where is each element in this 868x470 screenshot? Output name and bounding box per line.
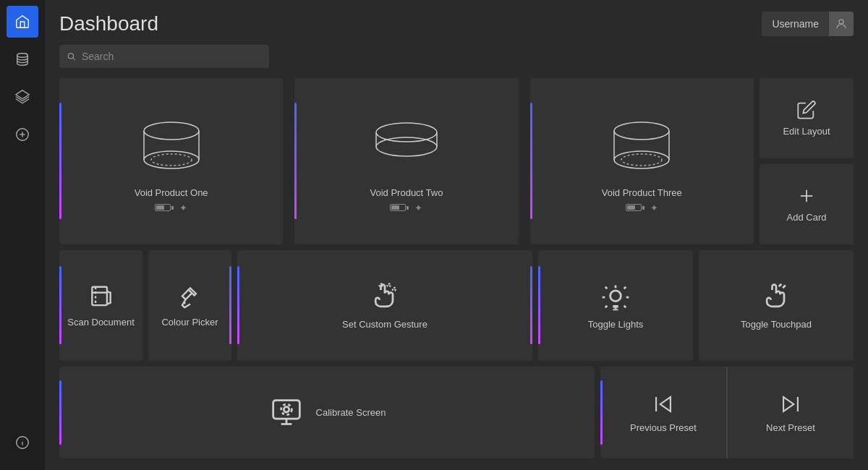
scan-document-card[interactable]: Scan Document [59, 250, 142, 361]
svg-point-8 [839, 20, 843, 24]
product-three-name: Void Product Three [602, 187, 682, 198]
next-preset-icon [778, 392, 803, 416]
product-two-name: Void Product Two [370, 187, 443, 198]
calibrate-label: Calibrate Screen [316, 407, 386, 418]
sidebar-item-add[interactable] [7, 119, 38, 150]
accent-bar [294, 103, 297, 219]
toggle-lights-label: Toggle Lights [588, 319, 644, 330]
username-label: Username [762, 12, 829, 36]
svg-point-7 [22, 440, 23, 440]
svg-point-30 [284, 407, 289, 412]
edit-panel: Edit Layout Add Card [760, 78, 854, 244]
accent-bar [538, 266, 540, 343]
previous-preset-icon [651, 392, 676, 416]
gesture-icon [369, 281, 401, 313]
svg-point-24 [388, 283, 391, 286]
sidebar-item-layers[interactable] [7, 81, 38, 113]
sidebar [0, 0, 45, 470]
user-panel: Username [762, 12, 854, 36]
svg-point-18 [621, 154, 662, 166]
header: Dashboard Username [59, 12, 854, 36]
battery-icon [390, 204, 409, 211]
bluetooth-icon: ✦ [650, 202, 658, 213]
svg-marker-34 [783, 397, 793, 411]
accent-bar-right [530, 266, 532, 343]
svg-point-25 [393, 288, 396, 291]
set-custom-gesture-label: Set Custom Gesture [342, 319, 427, 330]
accent-bar [237, 266, 239, 343]
sidebar-item-home[interactable] [7, 6, 38, 38]
preset-cards: Previous Preset Next Preset [600, 367, 854, 459]
svg-rect-21 [92, 286, 107, 304]
product-three-badges: ✦ [626, 202, 658, 213]
previous-preset-card[interactable]: Previous Preset [600, 367, 728, 459]
accent-bar-right [229, 266, 231, 343]
set-custom-gesture-card[interactable]: Set Custom Gesture [237, 250, 532, 361]
search-icon [67, 51, 76, 61]
next-preset-label: Next Preset [766, 422, 815, 433]
accent-bar [600, 380, 603, 445]
colour-picker-icon [176, 283, 204, 311]
search-input[interactable] [82, 51, 262, 62]
colour-picker-label: Colour Picker [161, 317, 218, 328]
calibrate-screen-card[interactable]: Calibrate Screen [59, 367, 595, 459]
accent-bar [59, 266, 61, 343]
product-card-three[interactable]: Void Product Three ✦ [530, 78, 754, 244]
product-card-one[interactable]: Void Product One ✦ [59, 78, 283, 244]
svg-point-9 [68, 54, 74, 59]
colour-picker-card[interactable]: Colour Picker [148, 250, 231, 361]
sidebar-item-database[interactable] [7, 43, 38, 75]
product-two-badges: ✦ [390, 202, 422, 213]
grid-area: Void Product One ✦ [59, 78, 854, 458]
toggle-lights-icon [600, 281, 631, 313]
svg-point-14 [376, 123, 437, 142]
toggle-touchpad-card[interactable]: Toggle Touchpad [699, 250, 854, 361]
product-card-two[interactable]: Void Product Two ✦ [294, 78, 518, 244]
svg-point-22 [183, 302, 185, 304]
toggle-lights-card[interactable]: Toggle Lights [538, 250, 693, 361]
battery-icon [155, 204, 174, 211]
main-content: Dashboard Username [45, 0, 868, 470]
calibrate-icon [268, 396, 305, 428]
accent-bar [59, 380, 61, 445]
product-one-badges: ✦ [155, 202, 187, 213]
next-preset-card[interactable]: Next Preset [728, 367, 854, 459]
bluetooth-icon: ✦ [179, 202, 187, 213]
product-two-icon [363, 109, 450, 181]
svg-line-10 [73, 58, 75, 60]
svg-point-15 [376, 137, 437, 156]
row-bottom: Calibrate Screen Previous Preset [59, 367, 854, 459]
svg-point-0 [17, 54, 28, 58]
add-card-label: Add Card [787, 212, 827, 223]
previous-preset-label: Previous Preset [630, 422, 697, 433]
scan-document-label: Scan Document [67, 317, 135, 328]
row-actions: Scan Document Colour Picker [59, 250, 854, 361]
svg-point-26 [610, 290, 621, 301]
avatar[interactable] [829, 12, 854, 36]
edit-layout-button[interactable]: Edit Layout [760, 78, 854, 158]
accent-bar [530, 103, 532, 219]
edit-layout-label: Edit Layout [783, 126, 830, 137]
accent-bar [59, 103, 61, 219]
toggle-touchpad-icon [760, 281, 792, 313]
product-one-icon [128, 109, 215, 181]
svg-point-31 [281, 404, 292, 415]
search-wrap [59, 45, 854, 68]
toggle-touchpad-label: Toggle Touchpad [741, 319, 812, 330]
row-products: Void Product One ✦ [59, 78, 854, 244]
add-card-button[interactable]: Add Card [760, 164, 854, 244]
scan-document-icon [88, 283, 115, 311]
sidebar-item-info[interactable] [7, 427, 38, 458]
svg-point-13 [151, 154, 192, 166]
page-title: Dashboard [59, 12, 158, 35]
svg-rect-27 [273, 401, 299, 419]
svg-marker-32 [660, 397, 671, 411]
svg-point-11 [144, 122, 199, 140]
bluetooth-icon: ✦ [414, 202, 422, 213]
product-three-icon [598, 109, 685, 181]
battery-icon [626, 204, 644, 211]
search-bar[interactable] [59, 45, 269, 68]
product-one-name: Void Product One [135, 187, 208, 198]
svg-point-16 [614, 122, 669, 140]
